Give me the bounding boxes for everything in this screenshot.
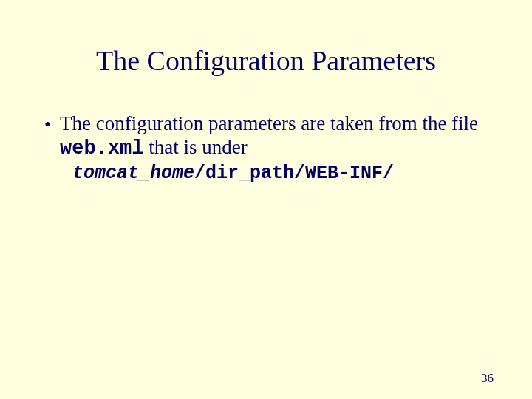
path-line: tomcat_home/dir_path/WEB-INF/ (0, 163, 532, 184)
bullet-code: web.xml (60, 137, 143, 160)
bullet-text-part1: The configuration parameters are taken f… (60, 112, 478, 134)
page-number: 36 (481, 371, 494, 386)
slide-content: • The configuration parameters are taken… (0, 99, 532, 161)
slide-title: The Configuration Parameters (0, 0, 532, 99)
bullet-marker-icon: • (44, 114, 51, 136)
bullet-text-part2: that is under (144, 136, 248, 158)
bullet-text: The configuration parameters are taken f… (60, 112, 495, 161)
path-rest-part: /dir_path/WEB-INF/ (194, 163, 394, 184)
bullet-item: • The configuration parameters are taken… (44, 112, 495, 161)
slide-container: The Configuration Parameters • The confi… (0, 0, 532, 399)
path-italic-part: tomcat_home (72, 163, 194, 184)
